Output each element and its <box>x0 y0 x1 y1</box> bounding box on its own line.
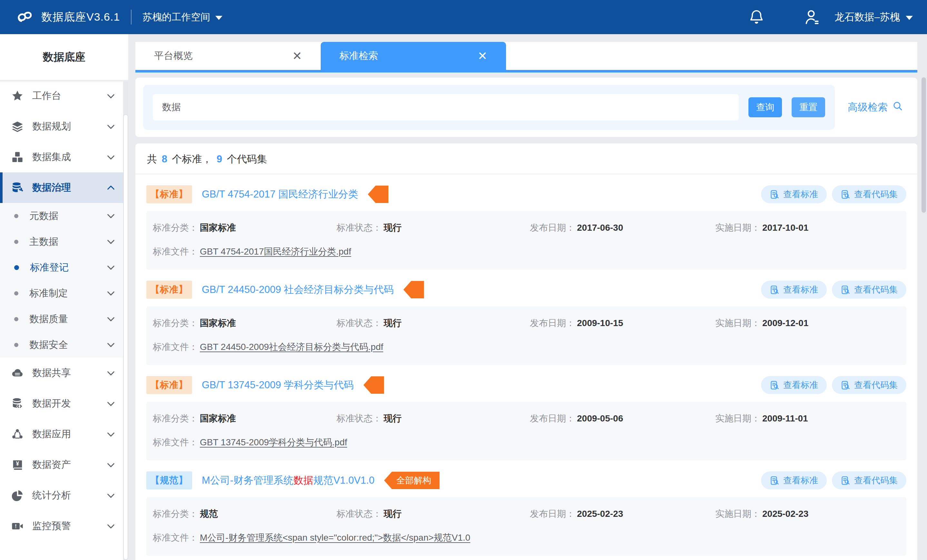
tab-label: 标准检索 <box>339 49 378 62</box>
sidebar-subitem-标准登记[interactable]: 标准登记 <box>0 255 128 280</box>
chevron-down-icon <box>106 429 116 440</box>
sidebar-item-数据开发[interactable]: 数据开发 <box>0 388 128 419</box>
bullet-dot <box>14 265 19 270</box>
chevron-down-icon <box>106 460 116 470</box>
sidebar-item-工作台[interactable]: 工作台 <box>0 80 128 111</box>
close-icon[interactable]: ✕ <box>478 50 487 62</box>
detail-publish-date: 2025-02-23 <box>577 509 623 519</box>
standard-file-link[interactable]: GBT 13745-2009学科分类与代码.pdf <box>200 436 347 449</box>
main-content: 平台概览 ✕ 标准检索 ✕ 查询 重置 高级检索 共 8 个标 <box>128 34 927 560</box>
workspace-selector[interactable]: 苏槐的工作空间 <box>143 11 222 24</box>
magnifier-icon <box>892 100 903 114</box>
app-header: 数据底座V3.6.1 苏槐的工作空间 龙石数据–苏槐 <box>0 0 927 34</box>
header-divider <box>131 10 132 24</box>
summary-suffix: 个代码集 <box>224 153 267 165</box>
search-panel: 查询 重置 <box>143 85 835 130</box>
sidebar-menu: 工作台 数据规划 数据集成 数据治理 元数据 主数据 标准登记 标准制定 数据质… <box>0 80 128 541</box>
cubes-icon <box>11 151 24 164</box>
app-title: 数据底座V3.6.1 <box>41 10 120 24</box>
bullet-dot <box>14 214 18 218</box>
sidebar-item-数据资产[interactable]: ¥ 数据资产 <box>0 449 128 480</box>
tab-标准检索[interactable]: 标准检索 ✕ <box>321 42 506 70</box>
result-item: 【标准】 GB/T 4754-2017 国民经济行业分类 查看标准 <box>146 174 906 270</box>
chevron-down-icon <box>106 237 116 247</box>
result-title-link[interactable]: M公司-财务管理系统数据规范V1.0V1.0 <box>202 473 375 487</box>
standard-file-link[interactable]: GBT 4754-2017国民经济行业分类.pdf <box>200 246 351 258</box>
chevron-up-icon <box>106 183 116 193</box>
detail-publish-date: 2009-10-15 <box>577 318 623 328</box>
view-codeset-button[interactable]: 查看代码集 <box>832 281 906 299</box>
result-title-link[interactable]: GB/T 4754-2017 国民经济行业分类 <box>202 188 358 201</box>
sidebar-scrollbar-track <box>123 81 128 560</box>
standard-file-link[interactable]: M公司-财务管理系统<span style="color:red;">数据</s… <box>200 532 470 544</box>
layers-icon <box>11 120 24 133</box>
chevron-down-icon <box>906 16 913 20</box>
sidebar-subitem-数据质量[interactable]: 数据质量 <box>0 306 128 332</box>
tab-平台概览[interactable]: 平台概览 ✕ <box>135 42 321 70</box>
detail-status-value: 现行 <box>384 413 402 425</box>
view-codeset-button[interactable]: 查看代码集 <box>832 471 906 489</box>
result-title-row: 【规范】 M公司-财务管理系统数据规范V1.0V1.0 全部解构 查看标准 <box>146 468 906 493</box>
sidebar-subitem-主数据[interactable]: 主数据 <box>0 229 128 255</box>
search-section: 查询 重置 高级检索 <box>135 77 917 137</box>
result-actions: 查看标准 查看代码集 <box>761 281 906 299</box>
doc-search-icon <box>840 476 851 486</box>
sidebar-item-监控预警[interactable]: ! 监控预警 <box>0 511 128 541</box>
sidebar-item-数据治理[interactable]: 数据治理 <box>0 172 128 203</box>
query-button[interactable]: 查询 <box>748 97 782 117</box>
view-standard-button[interactable]: 查看标准 <box>761 281 827 299</box>
sidebar-item-统计分析[interactable]: 统计分析 <box>0 480 128 511</box>
detail-implement-date: 2009-11-01 <box>762 413 808 424</box>
sidebar-subitem-标准制定[interactable]: 标准制定 <box>0 280 128 306</box>
doc-search-icon <box>770 190 780 199</box>
chevron-down-icon <box>106 288 116 298</box>
chevron-down-icon <box>106 490 116 501</box>
chevron-down-icon <box>106 152 116 162</box>
result-title-link[interactable]: GB/T 24450-2009 社会经济目标分类与代码 <box>202 283 394 296</box>
sidebar-item-数据集成[interactable]: 数据集成 <box>0 142 128 172</box>
chevron-down-icon <box>106 368 116 378</box>
view-codeset-button[interactable]: 查看代码集 <box>832 376 906 394</box>
result-type-badge: 【规范】 <box>146 471 192 489</box>
view-codeset-button[interactable]: 查看代码集 <box>832 185 906 203</box>
doc-search-icon <box>840 380 851 390</box>
sidebar: 数据底座 工作台 数据规划 数据集成 数据治理 元数据 主数据 标准登记 标准制… <box>0 34 128 560</box>
chevron-down-icon <box>106 314 116 324</box>
view-standard-button[interactable]: 查看标准 <box>761 376 827 394</box>
doc-search-icon <box>840 285 851 295</box>
close-icon[interactable]: ✕ <box>292 50 302 62</box>
summary-prefix: 共 <box>147 153 160 165</box>
user-name: 龙石数据–苏槐 <box>834 10 900 24</box>
chevron-down-icon <box>106 340 116 350</box>
sidebar-item-数据规划[interactable]: 数据规划 <box>0 111 128 142</box>
detail-category-value: 国家标准 <box>200 317 236 329</box>
result-item: 【标准】 GB/T 13745-2009 学科分类与代码 查看标准 <box>146 365 906 460</box>
result-detail: 标准分类：规范 标准状态：现行 发布日期：2025-02-23 实施日期：202… <box>146 497 906 556</box>
user-menu[interactable]: 龙石数据–苏槐 <box>803 8 913 26</box>
chevron-down-icon <box>106 399 116 409</box>
bell-icon[interactable] <box>748 9 765 26</box>
deconstructed-tag <box>363 376 384 394</box>
workspace-name: 苏槐的工作空间 <box>143 11 210 24</box>
doc-search-icon <box>840 190 851 199</box>
result-type-badge: 【标准】 <box>146 281 192 299</box>
search-input[interactable] <box>153 94 739 120</box>
standard-file-link[interactable]: GBT 24450-2009社会经济目标分类与代码.pdf <box>200 341 383 353</box>
reset-button[interactable]: 重置 <box>792 97 825 117</box>
share-network-icon <box>11 428 24 441</box>
pie-chart-icon <box>11 489 24 502</box>
sidebar-item-数据共享[interactable]: 数据共享 <box>0 358 128 388</box>
result-item: 【规范】 M公司-客户关系管理系统数据规范V1.0V1.0 全部解构 查看标准 <box>146 556 906 560</box>
view-standard-button[interactable]: 查看标准 <box>761 185 827 203</box>
sidebar-subitem-元数据[interactable]: 元数据 <box>0 203 128 229</box>
result-title-link[interactable]: GB/T 13745-2009 学科分类与代码 <box>202 378 354 392</box>
sidebar-item-数据应用[interactable]: 数据应用 <box>0 419 128 449</box>
sidebar-subitem-数据安全[interactable]: 数据安全 <box>0 332 128 358</box>
result-type-badge: 【标准】 <box>146 376 192 394</box>
page-scrollbar-thumb[interactable] <box>921 77 926 212</box>
sidebar-scrollbar-thumb[interactable] <box>124 115 128 559</box>
doc-search-icon <box>770 476 780 486</box>
view-standard-button[interactable]: 查看标准 <box>761 471 827 489</box>
database-code-icon <box>11 397 24 410</box>
advanced-search-link[interactable]: 高级检索 <box>848 100 903 114</box>
